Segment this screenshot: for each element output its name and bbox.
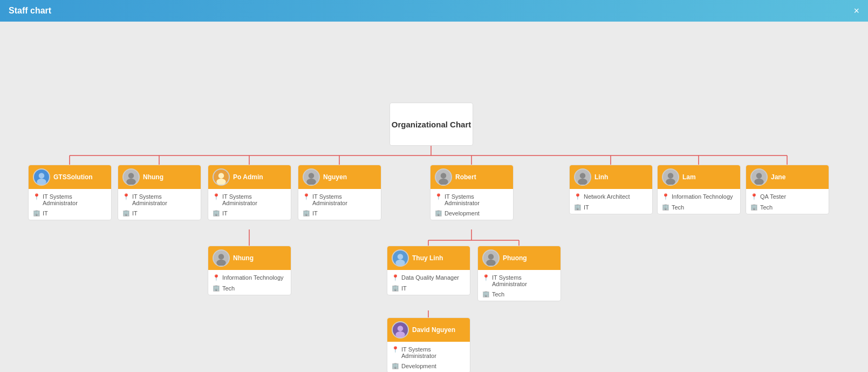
node-name: Jane — [771, 173, 785, 181]
node-card-poadmin[interactable]: Po Admin 📍IT Systems Administrator 🏢IT — [208, 165, 291, 220]
node-card-nhung-l1[interactable]: Nhung 📍IT Systems Administrator 🏢IT — [118, 165, 201, 220]
node-name: Nhung — [143, 173, 163, 181]
node-header: Jane — [746, 165, 829, 189]
node-header: David Nguyen — [387, 318, 470, 342]
avatar — [213, 168, 230, 186]
node-body: 📍QA Tester 🏢Tech — [746, 189, 829, 214]
svg-point-38 — [756, 173, 762, 179]
window: Staff chart × — [0, 0, 868, 372]
avatar — [662, 168, 679, 186]
svg-point-23 — [218, 173, 224, 179]
node-header: Nguyen — [298, 165, 381, 189]
avatar — [392, 249, 409, 267]
node-card-jane[interactable]: Jane 📍QA Tester 🏢Tech — [746, 165, 829, 214]
chart-container: Organizational Chart GTSSolution — [0, 22, 868, 372]
node-card-nguyen[interactable]: Nguyen 📍IT Systems Administrator 🏢IT — [298, 165, 381, 220]
node-name: Lam — [682, 173, 696, 181]
node-dept: 🏢Development — [435, 209, 509, 217]
node-dept: 🏢Development — [392, 362, 466, 369]
window-title: Staff chart — [9, 6, 51, 16]
avatar — [303, 168, 320, 186]
root-node[interactable]: Organizational Chart — [389, 103, 473, 146]
node-job: 📍Network Architect — [574, 193, 648, 200]
node-card-thuylinh[interactable]: Thuy Linh 📍Data Quality Manager 🏢IT — [387, 246, 470, 295]
node-dept: 🏢Tech — [213, 285, 286, 292]
node-header: Phuong — [478, 246, 561, 270]
node-body: 📍Network Architect 🏢IT — [570, 189, 652, 214]
node-body: 📍Information Technology 🏢Tech — [208, 270, 291, 295]
svg-point-17 — [39, 173, 45, 179]
node-card-linh[interactable]: Linh 📍Network Architect 🏢IT — [569, 165, 653, 214]
svg-point-29 — [441, 173, 447, 179]
avatar — [482, 249, 500, 267]
node-dept: 🏢Tech — [662, 204, 736, 211]
node-name: Nhung — [233, 254, 254, 262]
node-name: David Nguyen — [412, 326, 455, 334]
node-name: Phuong — [503, 254, 527, 262]
node-card-lam[interactable]: Lam 📍Information Technology 🏢Tech — [657, 165, 741, 214]
node-body: 📍IT Systems Administrator 🏢IT — [29, 189, 111, 220]
avatar — [435, 168, 452, 186]
node-body: 📍IT Systems Administrator 🏢Tech — [478, 270, 561, 301]
node-body: 📍Data Quality Manager 🏢IT — [387, 270, 470, 295]
node-header: Lam — [658, 165, 740, 189]
node-job: 📍IT Systems Administrator — [303, 193, 377, 206]
node-body: 📍IT Systems Administrator 🏢Development — [430, 189, 513, 220]
node-header: Robert — [430, 165, 513, 189]
svg-point-44 — [398, 254, 404, 260]
node-card-gtssolution[interactable]: GTSSolution 📍IT Systems Administrator 🏢I… — [28, 165, 112, 220]
node-body: 📍IT Systems Administrator 🏢IT — [208, 189, 291, 220]
node-job: 📍IT Systems Administrator — [392, 346, 466, 359]
node-card-davidnguyen[interactable]: David Nguyen 📍IT Systems Administrator 🏢… — [387, 317, 470, 372]
node-name: Nguyen — [323, 173, 347, 181]
node-dept: 🏢IT — [303, 209, 377, 217]
node-body: 📍IT Systems Administrator 🏢IT — [298, 189, 381, 220]
node-card-phuong[interactable]: Phuong 📍IT Systems Administrator 🏢Tech — [477, 246, 561, 301]
svg-point-35 — [668, 173, 674, 179]
node-dept: 🏢IT — [33, 209, 107, 217]
svg-point-26 — [309, 173, 315, 179]
avatar — [122, 168, 140, 186]
avatar — [392, 321, 409, 339]
node-name: Thuy Linh — [412, 254, 443, 262]
avatar — [574, 168, 591, 186]
node-job: 📍IT Systems Administrator — [435, 193, 509, 206]
close-button[interactable]: × — [853, 6, 859, 16]
root-label: Organizational Chart — [392, 120, 471, 129]
node-header: Nhung — [208, 246, 291, 270]
node-name: Po Admin — [233, 173, 263, 181]
svg-point-41 — [218, 254, 224, 260]
node-dept: 🏢Tech — [482, 290, 556, 297]
avatar — [213, 249, 230, 267]
node-job: 📍QA Tester — [750, 193, 824, 200]
node-dept: 🏢IT — [392, 285, 466, 292]
content-area: Organizational Chart GTSSolution — [0, 22, 868, 372]
node-body: 📍IT Systems Administrator 🏢Development — [387, 342, 470, 372]
node-name: Linh — [594, 173, 608, 181]
title-bar: Staff chart × — [0, 0, 868, 22]
node-job: 📍Information Technology — [213, 274, 286, 281]
node-header: Nhung — [118, 165, 201, 189]
node-header: Linh — [570, 165, 652, 189]
avatar — [750, 168, 768, 186]
node-name: GTSSolution — [53, 173, 93, 181]
node-job: 📍Information Technology — [662, 193, 736, 200]
node-header: Po Admin — [208, 165, 291, 189]
node-dept: 🏢IT — [574, 204, 648, 211]
node-card-robert[interactable]: Robert 📍IT Systems Administrator 🏢Develo… — [430, 165, 514, 220]
node-job: 📍IT Systems Administrator — [482, 274, 556, 287]
node-job: 📍IT Systems Administrator — [122, 193, 196, 206]
node-card-nhung-l2[interactable]: Nhung 📍Information Technology 🏢Tech — [208, 246, 291, 295]
node-dept: 🏢IT — [213, 209, 286, 217]
node-header: GTSSolution — [29, 165, 111, 189]
node-dept: 🏢Tech — [750, 204, 824, 211]
svg-point-32 — [580, 173, 586, 179]
svg-point-50 — [398, 326, 404, 332]
node-name: Robert — [455, 173, 476, 181]
node-body: 📍IT Systems Administrator 🏢IT — [118, 189, 201, 220]
node-header: Thuy Linh — [387, 246, 470, 270]
node-job: 📍Data Quality Manager — [392, 274, 466, 281]
node-body: 📍Information Technology 🏢Tech — [658, 189, 740, 214]
svg-point-47 — [488, 254, 494, 260]
node-dept: 🏢IT — [122, 209, 196, 217]
